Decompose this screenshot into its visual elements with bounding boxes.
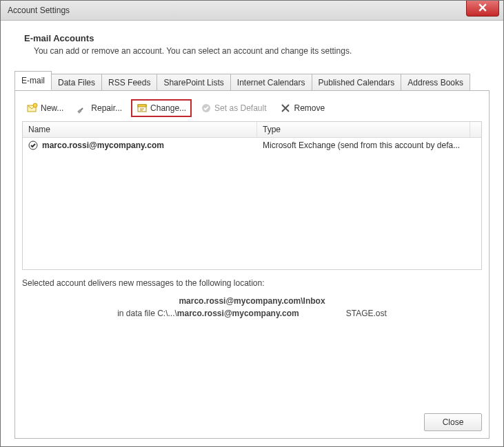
change-icon	[137, 103, 148, 114]
change-label: Change...	[150, 103, 186, 113]
tab-strip: E-mail Data Files RSS Feeds SharePoint L…	[14, 71, 490, 90]
tab-sharepoint-lists[interactable]: SharePoint Lists	[157, 74, 230, 91]
tab-published-calendars[interactable]: Published Calendars	[312, 74, 402, 91]
new-label: New...	[41, 103, 63, 113]
close-button[interactable]: Close	[424, 413, 482, 431]
svg-rect-4	[138, 105, 146, 107]
tab-label: Address Books	[407, 78, 463, 87]
close-button-label: Close	[443, 417, 464, 427]
move-up-button	[338, 103, 349, 114]
list-header: Name Type	[23, 122, 481, 138]
repair-button[interactable]: Repair...	[72, 100, 127, 116]
window-close-button[interactable]	[466, 1, 499, 17]
default-account-icon	[28, 141, 38, 150]
window-title: Account Settings	[1, 6, 70, 15]
accounts-list[interactable]: Name Type marco.rossi@mycompany.com Micr…	[22, 121, 482, 270]
dialog-footer: Close	[22, 408, 482, 431]
remove-label: Remove	[294, 103, 325, 113]
move-down-button	[350, 103, 361, 114]
header-description: You can add or remove an account. You ca…	[24, 46, 485, 56]
tab-label: Internet Calendars	[237, 78, 305, 87]
column-header-type[interactable]: Type	[257, 122, 470, 137]
tab-panel-email: New... Repair... Change...	[14, 90, 490, 439]
delivery-intro: Selected account delivers new messages t…	[22, 278, 482, 288]
change-button[interactable]: Change...	[131, 99, 192, 117]
delivery-datafile-line: in data file C:\...\marco.rossi@mycompan…	[22, 309, 482, 318]
svg-point-1	[33, 103, 37, 107]
reorder-arrows	[338, 103, 361, 114]
tab-address-books[interactable]: Address Books	[401, 74, 470, 91]
header-title: E-mail Accounts	[24, 33, 485, 43]
tab-label: Published Calendars	[319, 78, 395, 87]
delivery-folder-line: marco.rossi@mycompany.com\Inbox	[22, 296, 482, 306]
delivery-account: marco.rossi@mycompany.com	[179, 296, 301, 306]
new-mail-icon	[27, 103, 38, 114]
column-header-spacer	[470, 122, 481, 137]
repair-icon	[77, 103, 88, 114]
check-circle-icon	[201, 103, 212, 114]
datafile-name: marco.rossi@mycompany.com	[177, 309, 299, 318]
account-name: marco.rossi@mycompany.com	[42, 141, 164, 150]
new-button[interactable]: New...	[22, 100, 68, 116]
close-icon	[478, 3, 487, 14]
tab-label: Data Files	[58, 78, 95, 87]
tab-email[interactable]: E-mail	[14, 71, 52, 90]
column-header-name[interactable]: Name	[23, 122, 257, 137]
account-settings-window: Account Settings E-mail Accounts You can…	[0, 0, 504, 447]
dialog-body: E-mail Accounts You can add or remove an…	[1, 21, 503, 447]
tab-label: SharePoint Lists	[163, 78, 223, 87]
repair-label: Repair...	[91, 103, 122, 113]
datafile-prefix: in data file C:\...\	[117, 309, 177, 318]
set-default-label: Set as Default	[214, 103, 266, 113]
titlebar: Account Settings	[1, 1, 503, 21]
tab-label: E-mail	[21, 76, 45, 85]
set-default-button: Set as Default	[196, 100, 271, 116]
remove-icon	[280, 103, 291, 114]
header-section: E-mail Accounts You can add or remove an…	[14, 33, 490, 67]
account-type: Microsoft Exchange (send from this accou…	[257, 138, 481, 153]
tab-label: RSS Feeds	[108, 78, 150, 87]
datafile-ost: STAGE.ost	[346, 309, 387, 318]
delivery-folder-suffix: \Inbox	[301, 296, 325, 306]
tab-internet-calendars[interactable]: Internet Calendars	[230, 74, 312, 91]
remove-button[interactable]: Remove	[275, 100, 330, 116]
tab-rss-feeds[interactable]: RSS Feeds	[101, 74, 157, 91]
list-row[interactable]: marco.rossi@mycompany.com Microsoft Exch…	[23, 138, 481, 153]
delivery-info: Selected account delivers new messages t…	[22, 278, 482, 318]
tab-data-files[interactable]: Data Files	[51, 74, 102, 91]
toolbar: New... Repair... Change...	[22, 98, 482, 121]
